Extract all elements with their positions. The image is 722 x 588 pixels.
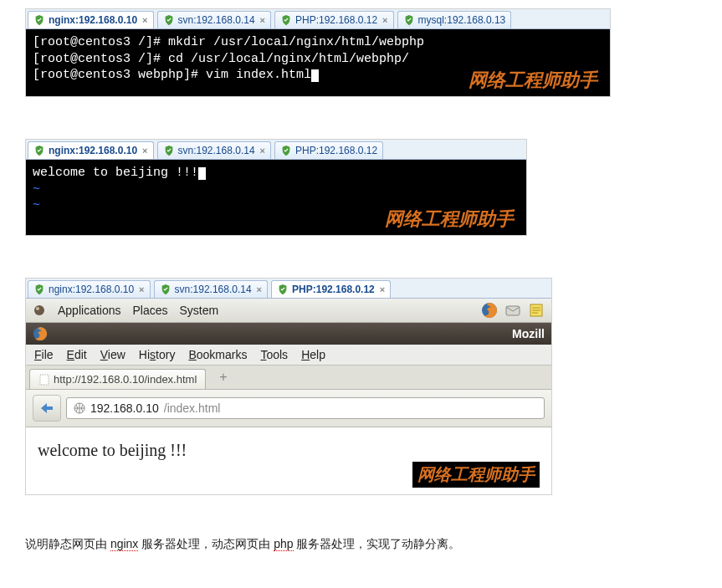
back-button[interactable] bbox=[33, 395, 61, 422]
ff-menu-bookmarks[interactable]: Bookmarks bbox=[188, 348, 247, 361]
ff-menu-file[interactable]: File bbox=[34, 348, 54, 361]
tab-close-icon[interactable]: × bbox=[382, 15, 387, 25]
firefox-addressbar: 192.168.0.10/index.html bbox=[26, 390, 551, 427]
caption-text: 说明静态网页由 nginx 服务器处理，动态网页由 php 服务器处理，实现了动… bbox=[25, 537, 722, 552]
shield-icon bbox=[280, 14, 292, 26]
ff-menu-edit[interactable]: Edit bbox=[67, 348, 87, 361]
screenshot-terminal-1: nginx:192.168.0.10 × svn:192.168.0.14 × … bbox=[25, 8, 611, 97]
watermark-text: 网络工程师助手 bbox=[469, 68, 597, 93]
terminal-line: [root@centos3 /]# mkdir /usr/local/nginx… bbox=[33, 34, 603, 51]
terminal-output[interactable]: [root@centos3 /]# mkdir /usr/local/nginx… bbox=[26, 29, 610, 96]
ssh-tabbar-3: nginx:192.168.0.10 × svn:192.168.0.14 × … bbox=[26, 279, 551, 299]
cursor-icon bbox=[198, 167, 206, 180]
ssh-tab-nginx[interactable]: nginx:192.168.0.10 × bbox=[28, 11, 154, 28]
shield-icon bbox=[33, 145, 45, 156]
ssh-tab-php[interactable]: PHP:192.168.0.12 × bbox=[271, 280, 391, 298]
screenshot-browser: nginx:192.168.0.10 × svn:192.168.0.14 × … bbox=[25, 278, 552, 495]
ff-menu-history[interactable]: History bbox=[139, 348, 176, 361]
shield-icon bbox=[33, 284, 45, 295]
vim-tilde: ~ bbox=[33, 182, 520, 198]
tab-label: nginx:192.168.0.10 bbox=[49, 145, 137, 156]
tab-close-icon[interactable]: × bbox=[139, 284, 144, 294]
tab-close-icon[interactable]: × bbox=[257, 284, 262, 294]
terminal-line: [root@centos3 /]# cd /usr/local/nginx/ht… bbox=[33, 51, 603, 68]
ssh-tabbar-1: nginx:192.168.0.10 × svn:192.168.0.14 × … bbox=[26, 9, 610, 29]
firefox-titlebar: Mozill bbox=[26, 323, 551, 345]
tab-label: PHP:192.168.0.12 bbox=[295, 145, 377, 156]
mail-launcher-icon[interactable] bbox=[504, 302, 521, 319]
tab-label: PHP:192.168.0.12 bbox=[295, 14, 377, 26]
firefox-newtab-button[interactable]: + bbox=[211, 368, 235, 386]
gnome-menubar: Applications Places System bbox=[26, 299, 551, 323]
ssh-tab-php[interactable]: PHP:192.168.0.12 × bbox=[274, 11, 394, 28]
vim-editor[interactable]: welcome to beijing !!! ~ ~ 网络工程师助手 bbox=[26, 160, 526, 235]
tab-label: svn:192.168.0.14 bbox=[178, 145, 255, 156]
page-body-text: welcome to beijing !!! bbox=[38, 441, 540, 460]
ssh-tab-mysql[interactable]: mysql:192.168.0.13 bbox=[397, 11, 512, 28]
tab-close-icon[interactable]: × bbox=[142, 146, 147, 156]
tab-label: svn:192.168.0.14 bbox=[175, 284, 252, 295]
url-host: 192.168.0.10 bbox=[90, 401, 159, 415]
gnome-menu-places[interactable]: Places bbox=[133, 304, 168, 317]
firefox-tab-label: http://192.168.0.10/index.html bbox=[54, 373, 197, 386]
gnome-menu-applications[interactable]: Applications bbox=[58, 304, 121, 317]
svg-rect-6 bbox=[40, 375, 49, 385]
svg-point-0 bbox=[34, 305, 44, 315]
svg-point-1 bbox=[36, 307, 39, 310]
note-launcher-icon[interactable] bbox=[528, 302, 545, 319]
browser-viewport: welcome to beijing !!! 网络工程师助手 bbox=[26, 427, 551, 494]
tab-label: mysql:192.168.0.13 bbox=[418, 14, 506, 26]
tab-close-icon[interactable]: × bbox=[380, 284, 385, 294]
ssh-tab-svn[interactable]: svn:192.168.0.14 × bbox=[157, 11, 272, 28]
firefox-tabbar: http://192.168.0.10/index.html + bbox=[26, 366, 551, 390]
shield-icon bbox=[33, 14, 45, 26]
globe-icon bbox=[74, 402, 85, 414]
tab-close-icon[interactable]: × bbox=[260, 15, 265, 25]
watermark-text: 网络工程师助手 bbox=[385, 207, 514, 232]
tab-label: svn:192.168.0.14 bbox=[178, 14, 255, 26]
screenshot-terminal-2: nginx:192.168.0.10 × svn:192.168.0.14 × … bbox=[25, 139, 527, 236]
tab-label: PHP:192.168.0.12 bbox=[292, 284, 375, 295]
tab-close-icon[interactable]: × bbox=[142, 15, 147, 25]
window-title: Mozill bbox=[512, 327, 545, 340]
ssh-tab-php[interactable]: PHP:192.168.0.12 bbox=[274, 141, 383, 159]
shield-icon bbox=[163, 145, 175, 156]
ssh-tab-nginx[interactable]: nginx:192.168.0.10 × bbox=[28, 280, 151, 298]
ssh-tab-svn[interactable]: svn:192.168.0.14 × bbox=[157, 141, 272, 159]
shield-icon bbox=[280, 145, 292, 156]
gnome-desktop: Applications Places System Mozill File E… bbox=[26, 299, 551, 494]
vim-line: welcome to beijing !!! bbox=[33, 165, 520, 182]
ssh-tabbar-2: nginx:192.168.0.10 × svn:192.168.0.14 × … bbox=[26, 140, 526, 160]
ssh-tab-svn[interactable]: svn:192.168.0.14 × bbox=[154, 280, 269, 298]
shield-icon bbox=[403, 14, 415, 26]
tab-close-icon[interactable]: × bbox=[260, 146, 265, 156]
cursor-icon bbox=[311, 69, 319, 82]
gnome-foot-icon bbox=[33, 304, 46, 317]
ff-menu-help[interactable]: Help bbox=[301, 348, 325, 361]
shield-icon bbox=[277, 284, 289, 295]
ff-menu-tools[interactable]: Tools bbox=[260, 348, 288, 361]
firefox-icon bbox=[33, 326, 48, 341]
back-arrow-icon bbox=[38, 401, 55, 415]
tab-label: nginx:192.168.0.10 bbox=[49, 284, 134, 295]
url-input[interactable]: 192.168.0.10/index.html bbox=[66, 397, 545, 419]
ssh-tab-nginx[interactable]: nginx:192.168.0.10 × bbox=[28, 141, 154, 159]
gnome-menu-system[interactable]: System bbox=[180, 304, 219, 317]
firefox-launcher-icon[interactable] bbox=[481, 302, 498, 319]
watermark-text: 网络工程师助手 bbox=[412, 462, 540, 488]
firefox-menubar: File Edit View History Bookmarks Tools H… bbox=[26, 345, 551, 366]
shield-icon bbox=[160, 284, 172, 295]
firefox-tab[interactable]: http://192.168.0.10/index.html bbox=[29, 369, 206, 389]
shield-icon bbox=[163, 14, 175, 26]
tab-label: nginx:192.168.0.10 bbox=[49, 14, 137, 26]
ff-menu-view[interactable]: View bbox=[100, 348, 125, 361]
page-icon bbox=[38, 374, 50, 386]
url-path: /index.html bbox=[164, 401, 221, 415]
